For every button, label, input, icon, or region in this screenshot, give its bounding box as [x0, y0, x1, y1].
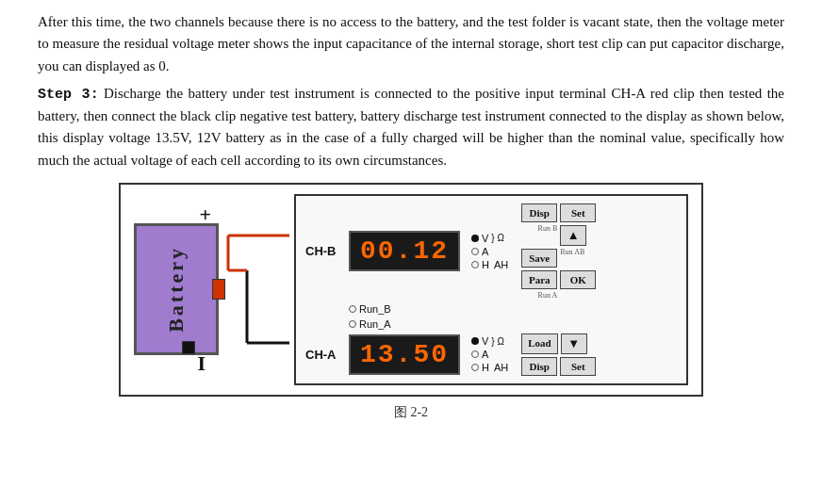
dot-v-bottom	[471, 337, 479, 345]
run-a-label-container: Run A	[521, 292, 557, 300]
battery-container: + Battery I	[134, 223, 219, 355]
indicators-run-a: Run_A	[305, 318, 677, 330]
disp-button-top[interactable]: Disp	[521, 203, 557, 222]
ind-h-bottom: H AH	[471, 362, 508, 373]
dot-h-bottom	[471, 364, 479, 371]
btn-row-2: Run B ▲	[521, 225, 596, 246]
battery-label: Battery	[164, 246, 189, 333]
wiring-svg	[219, 219, 294, 360]
paragraph2-text: Discharge the battery under test instrum…	[38, 86, 784, 168]
run-ab-label: Run AB	[560, 249, 584, 256]
btn-row-3: Run A	[521, 292, 596, 300]
step3-label: Step 3:	[38, 87, 99, 103]
down-arrow-button[interactable]: ▼	[561, 333, 587, 354]
page-wrapper: After this time, the two channels becaus…	[0, 0, 822, 504]
ch-b-label: CH-B	[305, 244, 341, 258]
indicators-bottom: V } Ω A H AH	[471, 335, 508, 373]
paragraph1: After this time, the two channels becaus…	[38, 11, 784, 77]
button-grid: Disp Set Run B ▲ Save Run AB	[521, 203, 596, 300]
ind-a-top: A	[471, 246, 508, 257]
ind-v-top: V } Ω	[471, 233, 508, 244]
para-button[interactable]: Para	[521, 270, 557, 289]
ch-a-row: CH-A 13.50 V } Ω A	[305, 333, 677, 376]
ch-b-row: CH-B 00.12 V } Ω A	[305, 203, 677, 300]
ok-container: OK	[560, 270, 596, 289]
btn-row-para-ok: Para OK	[521, 270, 596, 289]
dot-run-a	[349, 320, 356, 328]
disp-button-bottom[interactable]: Disp	[521, 357, 557, 376]
ok-button[interactable]: OK	[560, 270, 596, 289]
display-ch-b: 00.12	[349, 231, 460, 271]
ch-a-label: CH-A	[305, 348, 341, 362]
battery-minus-symbol: I	[197, 351, 206, 376]
ind-run-a: Run_A	[349, 318, 391, 330]
ind-h-top: H AH	[471, 259, 508, 270]
instrument-panel: CH-B 00.12 V } Ω A	[294, 194, 688, 385]
up-arrow-button[interactable]: ▲	[560, 225, 586, 246]
run-ab-container: Run AB	[560, 249, 584, 268]
paragraph1-text: After this time, the two channels becaus…	[38, 14, 784, 73]
dot-a-bottom	[471, 350, 479, 358]
dot-h-top	[471, 261, 479, 268]
ind-v-bottom: V } Ω	[471, 335, 508, 347]
figure-area: + Battery I	[38, 183, 784, 421]
battery-box: Battery	[134, 223, 219, 355]
btn-row-disp-set-bottom: Disp Set	[521, 357, 596, 376]
run-b-label-container: Run B	[521, 225, 557, 246]
btn-row-save: Save Run AB	[521, 249, 596, 268]
dot-v-top	[471, 235, 479, 242]
bottom-button-grid: Load ▼ Disp Set	[521, 333, 596, 376]
ind-a-bottom: A	[471, 349, 508, 360]
indicators-middle: Run_B	[305, 303, 677, 315]
dot-a-top	[471, 248, 479, 255]
run-b-label: Run B	[538, 225, 558, 233]
display-ch-a: 13.50	[349, 334, 460, 375]
figure-caption: 图 2-2	[394, 404, 428, 421]
dot-run-b	[349, 305, 356, 313]
ind-run-b: Run_B	[349, 303, 391, 315]
save-button[interactable]: Save	[521, 249, 557, 268]
set-button-bottom[interactable]: Set	[560, 357, 596, 376]
load-button[interactable]: Load	[521, 333, 557, 354]
battery-terminal-pos	[212, 279, 225, 300]
set-button-top[interactable]: Set	[560, 203, 596, 222]
indicators-top: V } Ω A H AH	[471, 233, 508, 270]
paragraph2-block: Step 3: Discharge the battery under test…	[38, 83, 784, 171]
run-a-label: Run A	[538, 292, 558, 300]
btn-row-load-down: Load ▼	[521, 333, 596, 354]
btn-row-1: Disp Set	[521, 203, 596, 222]
battery-terminal-neg	[182, 341, 195, 354]
figure-content: + Battery I	[119, 183, 703, 397]
